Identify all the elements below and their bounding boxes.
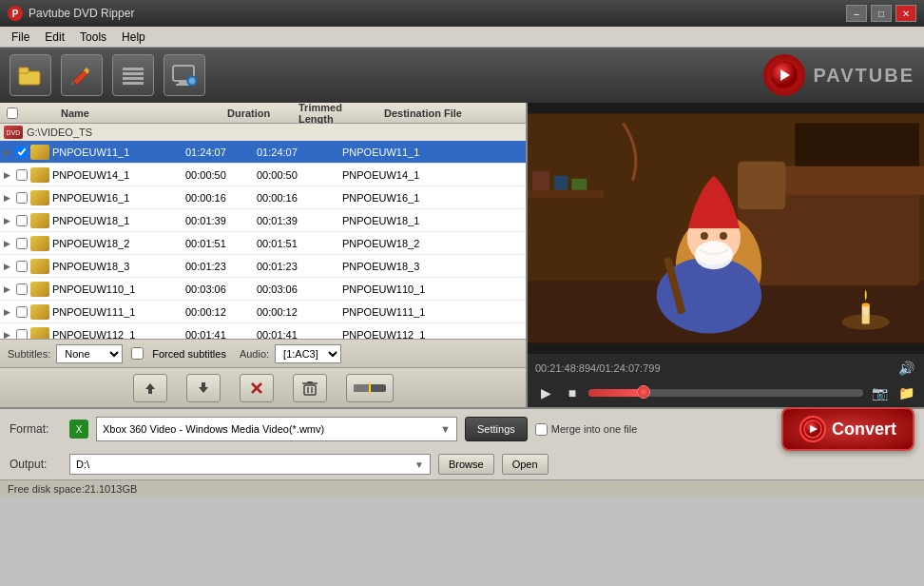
folder-icon[interactable]: 📁 [895,382,916,403]
trim-button[interactable] [346,374,394,402]
svg-rect-4 [123,72,144,75]
format-dropdown[interactable]: Xbox 360 Video - Windows Media Video(*.w… [96,417,457,441]
forced-subtitles-checkbox[interactable] [131,347,144,360]
table-row[interactable]: ▶ PNPOEUW11_1 01:24:07 01:24:07 PNPOEUW1… [0,141,526,164]
row-checkbox[interactable] [13,215,30,226]
svg-point-35 [701,232,708,240]
main-content: Name Duration Trimmed Length Destination… [0,103,924,407]
select-all-checkbox[interactable] [0,107,25,119]
menu-file[interactable]: File [4,29,37,46]
playback-controls: ▶ ■ 📷 📁 [535,382,916,403]
output-path-field[interactable]: D:\ ▼ [69,454,431,475]
row-expand[interactable]: ▶ [0,147,13,157]
menu-bar: File Edit Tools Help [0,27,924,48]
row-expand[interactable]: ▶ [0,262,13,271]
cell-name: PNPOEUW111_1 [52,306,185,318]
move-up-button[interactable] [133,374,167,402]
progress-thumb [637,385,650,399]
format-row: Format: X Xbox 360 Video - Windows Media… [0,409,924,449]
minimize-button[interactable]: – [846,5,867,22]
menu-edit[interactable]: Edit [37,29,72,46]
row-expand[interactable]: ▶ [0,170,13,180]
row-checkbox[interactable] [13,238,30,249]
settings-button[interactable]: Settings [465,417,528,441]
snapshot-icon[interactable]: 📷 [869,382,890,403]
svg-rect-44 [554,176,568,190]
browse-button[interactable]: Browse [438,454,494,475]
merge-checkbox[interactable] [535,423,548,436]
restore-button[interactable]: □ [871,5,892,22]
row-expand[interactable]: ▶ [0,193,13,203]
table-row[interactable]: ▶ PNPOEUW112_1 00:01:41 00:01:41 PNPOEUW… [0,323,526,339]
cell-name: PNPOEUW112_1 [52,329,185,340]
table-row[interactable]: ▶ PNPOEUW110_1 00:03:06 00:03:06 PNPOEUW… [0,278,526,301]
svg-rect-31 [738,162,785,209]
progress-bar[interactable] [588,389,863,397]
row-checkbox[interactable] [13,169,30,181]
move-down-button[interactable] [186,374,221,402]
row-expand[interactable]: ▶ [0,216,13,225]
audio-dropdown[interactable]: [1:AC3] [2:AC3] [275,344,341,363]
row-checkbox[interactable] [13,192,30,204]
row-expand[interactable]: ▶ [0,284,13,294]
stop-button[interactable]: ■ [562,382,583,403]
row-expand[interactable]: ▶ [0,330,13,340]
svg-point-40 [862,303,870,306]
edit-button[interactable] [61,54,103,96]
svg-rect-5 [123,77,144,80]
format-label: Format: [10,422,62,436]
table-row[interactable]: ▶ PNPOEUW18_2 00:01:51 00:01:51 PNPOEUW1… [0,232,526,255]
row-expand[interactable]: ▶ [0,307,13,317]
convert-icon [799,416,826,442]
open-button[interactable]: Open [502,454,549,475]
forced-subtitles-label: Forced subtitles [152,348,226,360]
monitor-button[interactable] [164,54,205,96]
table-row[interactable]: ▶ PNPOEUW111_1 00:00:12 00:00:12 PNPOEUW… [0,301,526,323]
table-row[interactable]: ▶ PNPOEUW16_1 00:00:16 00:00:16 PNPOEUW1… [0,186,526,209]
subtitles-dropdown[interactable]: None English [56,344,123,363]
file-icon [30,236,49,251]
remove-button[interactable] [240,374,274,402]
cell-trimmed: 00:01:23 [257,261,342,272]
list-button[interactable] [112,54,154,96]
row-checkbox[interactable] [13,261,30,272]
cell-trimmed: 00:00:16 [257,192,342,204]
cell-duration: 00:00:12 [185,306,257,318]
cell-duration: 00:01:39 [185,215,257,226]
status-bar: Free disk space:21.1013GB [0,479,924,497]
cell-trimmed: 00:01:39 [257,215,342,226]
menu-help[interactable]: Help [114,29,153,46]
volume-icon[interactable]: 🔊 [895,358,916,379]
delete-button[interactable] [293,374,327,402]
svg-point-36 [720,232,727,240]
file-icon [30,304,49,320]
cell-name: PNPOEUW11_1 [52,146,185,158]
row-checkbox[interactable] [13,283,30,295]
toolbar: PAVTUBE [0,48,924,103]
svg-rect-45 [571,179,587,190]
row-expand[interactable]: ▶ [0,239,13,248]
cell-name: PNPOEUW18_1 [52,215,185,226]
play-button[interactable]: ▶ [535,382,556,403]
cell-trimmed: 00:00:50 [257,169,342,181]
table-row[interactable]: ▶ PNPOEUW18_3 00:01:23 00:01:23 PNPOEUW1… [0,255,526,278]
cell-duration: 00:01:23 [185,261,257,272]
preview-controls: 00:21:48:894/01:24:07:799 🔊 ▶ ■ 📷 📁 [528,354,924,407]
close-button[interactable]: ✕ [895,5,916,22]
row-checkbox[interactable] [13,329,30,340]
row-checkbox[interactable] [13,306,30,318]
svg-rect-42 [528,190,604,198]
cell-name: PNPOEUW16_1 [52,192,185,204]
cell-duration: 01:24:07 [185,146,257,158]
convert-label: Convert [832,420,896,440]
table-body[interactable]: DVD G:\VIDEO_TS ▶ PNPOEUW11_1 01:24:07 0… [0,124,526,339]
table-row[interactable]: ▶ PNPOEUW18_1 00:01:39 00:01:39 PNPOEUW1… [0,209,526,232]
pavtube-logo: PAVTUBE [763,54,914,96]
table-row[interactable]: ▶ PNPOEUW14_1 00:00:50 00:00:50 PNPOEUW1… [0,164,526,186]
row-checkbox[interactable] [13,146,30,158]
open-file-button[interactable] [10,54,51,96]
file-icon [30,259,49,274]
menu-tools[interactable]: Tools [72,29,114,46]
current-time: 00:21:48:894/01:24:07:799 [535,362,661,374]
convert-button[interactable]: Convert [781,407,914,451]
